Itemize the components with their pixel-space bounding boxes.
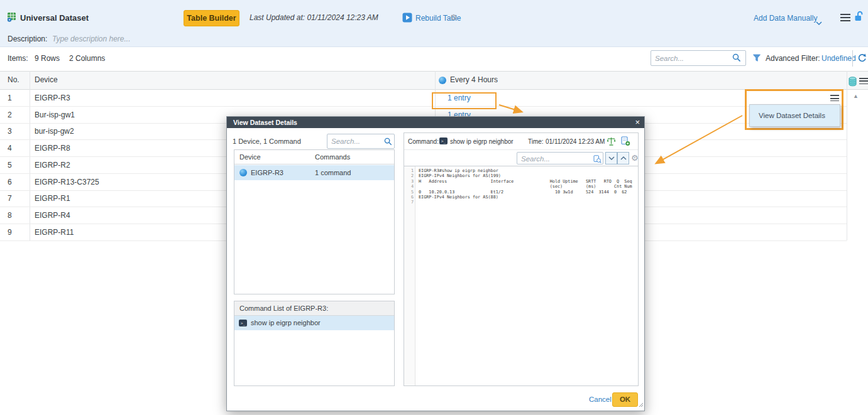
filter-funnel-icon[interactable] [752, 53, 761, 65]
row-no: 4 [8, 140, 12, 156]
code-line: H Address Interface Hold Uptime SRTT RTO… [419, 179, 632, 184]
output-settings-gear-icon[interactable]: ⚙ [631, 154, 639, 162]
column-header-schedule[interactable]: Every 4 Hours [450, 72, 498, 88]
last-updated-text: Last Updated at: 01/11/2024 12:23 AM [250, 13, 378, 22]
table-header-row: No. Device Every 4 Hours [0, 71, 868, 90]
code-line: EIGRP-IPv4 Neighbors for AS(88) [419, 195, 498, 200]
output-header-row: Command: >_ show ip eigrp neighbor Time:… [404, 133, 638, 150]
command-count: 1 command [315, 169, 351, 176]
device-name: EIGRP-R1 [35, 190, 70, 207]
find-prev-chevron-up-button[interactable] [617, 152, 629, 164]
table-row[interactable]: 1 EIGRP-R3 1 entry [0, 90, 847, 107]
divider [847, 71, 847, 240]
device-table-panel: Device Commands EIGRP-R3 1 command [234, 149, 395, 294]
device-name: EIGRP-R3 [251, 169, 283, 176]
command-list-item-selected[interactable]: >_ show ip eigrp neighbor [234, 316, 394, 330]
line-number: 4 [405, 184, 414, 189]
description-input[interactable]: Type description here... [52, 35, 131, 43]
line-number: 3 [405, 179, 414, 184]
code-line: 0 10.20.0.13 Et1/2 10 3w1d 524 3144 0 62 [419, 190, 627, 195]
universal-dataset-screen: Universal Dataset Table Builder Last Upd… [0, 0, 868, 415]
column-header-no[interactable]: No. [8, 72, 19, 88]
device-name: EIGRP-R11 [35, 224, 74, 240]
device-name: Bur-isp-gw1 [35, 107, 75, 123]
device-table-header: Device Commands [234, 150, 394, 164]
command-value: show ip eigrp neighbor [450, 138, 514, 145]
device-name: EIGRP-R8 [35, 140, 70, 156]
command-list-panel: Command List of EIGRP-R3: >_ show ip eig… [234, 301, 395, 386]
command-label: Command: [408, 138, 439, 145]
cli-icon: >_ [239, 320, 247, 326]
columns-count: 2 Columns [69, 54, 105, 63]
advanced-filter-label: Advanced Filter: [766, 54, 820, 63]
cancel-button[interactable]: Cancel [589, 396, 612, 403]
top-bar: Universal Dataset Table Builder Last Upd… [0, 0, 868, 47]
output-search [517, 152, 603, 164]
device-command-summary: 1 Device, 1 Command [233, 137, 301, 145]
device-name: bur-isp-gw2 [35, 123, 74, 139]
export-document-icon[interactable] [621, 136, 630, 148]
items-label: Items: [8, 54, 28, 63]
time-label: Time: [528, 138, 544, 145]
table-builder-button[interactable]: Table Builder [184, 10, 239, 26]
ok-button[interactable]: OK [612, 392, 638, 407]
rebuild-settings-gear-icon[interactable]: ⚙ [450, 13, 458, 21]
menu-hamburger-icon[interactable] [840, 14, 850, 21]
device-icon [239, 169, 247, 176]
column-settings-hamburger-icon[interactable] [859, 78, 868, 84]
output-panel: Command: >_ show ip eigrp neighbor Time:… [404, 132, 639, 386]
scrollbar-up-icon[interactable]: ▲ [853, 93, 859, 99]
command-name: show ip eigrp neighbor [251, 319, 321, 326]
code-line: EIGRP-R3#show ip eigrp neighbor [419, 168, 498, 173]
compare-scales-icon[interactable] [607, 137, 616, 148]
chevron-down-icon[interactable] [816, 17, 822, 28]
resize-grip[interactable] [639, 399, 644, 410]
cli-output-area[interactable]: 1EIGRP-R3#show ip eigrp neighbor 2EIGRP-… [404, 166, 638, 385]
row-no: 2 [8, 107, 12, 123]
search-input[interactable] [651, 51, 745, 65]
app-table-icon [7, 12, 17, 24]
search-in-document-icon[interactable] [593, 154, 602, 166]
description-label: Description: [8, 35, 47, 43]
device-row-selected[interactable]: EIGRP-R3 1 command [234, 165, 394, 180]
add-data-manually-dropdown[interactable]: Add Data Manually [754, 14, 817, 23]
line-number: 7 [405, 200, 414, 205]
output-search-input[interactable] [517, 153, 603, 164]
output-search-row: ⚙ [404, 150, 638, 166]
device-name: EIGRP-R4 [35, 207, 70, 224]
context-menu: View Dataset Details [749, 104, 840, 127]
device-name: EIGRP-R2 [35, 157, 70, 173]
modal-title: View Dataset Details [227, 117, 644, 128]
line-number: 6 [405, 195, 414, 200]
column-header-device[interactable]: Device [239, 153, 261, 161]
row-no: 9 [8, 224, 12, 240]
database-icon[interactable] [849, 76, 857, 92]
row-no: 3 [8, 123, 12, 139]
close-icon[interactable]: × [635, 117, 640, 128]
command-list-header: Command List of EIGRP-R3: [234, 301, 394, 316]
column-header-device[interactable]: Device [35, 72, 58, 88]
divider [852, 50, 853, 67]
row-no: 1 [8, 90, 12, 106]
find-next-chevron-down-button[interactable] [605, 152, 617, 164]
line-number: 1 [405, 168, 414, 173]
row-no: 6 [8, 174, 12, 190]
refresh-icon[interactable] [857, 53, 867, 65]
rows-count: 9 Rows [35, 54, 60, 63]
rebuild-play-icon[interactable] [402, 13, 412, 25]
code-line: (sec) (ms) Cnt Num [419, 184, 632, 189]
dataset-globe-icon [439, 77, 446, 84]
line-number: 2 [405, 173, 414, 178]
row-actions-hamburger-icon[interactable] [830, 95, 839, 101]
code-line: EIGRP-IPv4 Neighbors for AS(199) [419, 173, 501, 178]
highlight-box-entry [432, 92, 497, 109]
column-header-commands[interactable]: Commands [315, 153, 350, 161]
line-number: 5 [405, 190, 414, 195]
advanced-filter-value[interactable]: Undefined [821, 54, 856, 63]
search-icon[interactable] [384, 137, 392, 148]
page-title: Universal Dataset [20, 13, 89, 23]
row-no: 7 [8, 190, 12, 207]
menu-item-view-dataset-details[interactable]: View Dataset Details [750, 105, 840, 126]
search-icon[interactable] [732, 53, 741, 65]
unlock-icon[interactable] [853, 10, 864, 24]
